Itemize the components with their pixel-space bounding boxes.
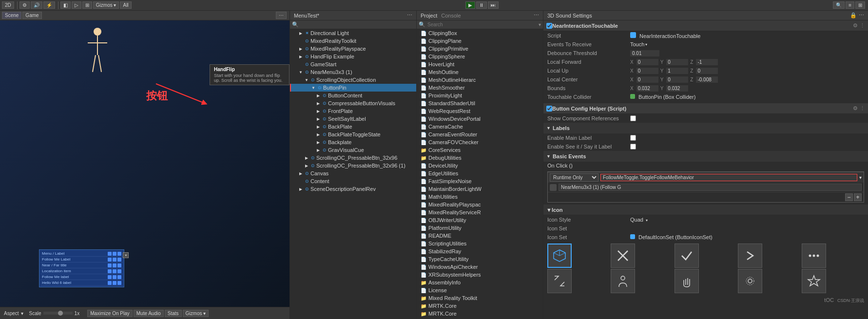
- local-up-x[interactable]: [637, 68, 658, 74]
- near-interaction-gear-icon[interactable]: ⚙: [853, 22, 858, 29]
- project-search-options[interactable]: ▾: [539, 22, 541, 27]
- project-item-platformutil[interactable]: 📄 PlatformUtility: [417, 224, 543, 232]
- toolbar-icon-2[interactable]: 🔊: [31, 1, 42, 9]
- tree-item-gravvisual[interactable]: ▶ ⊙ GravVisualCue: [290, 146, 416, 154]
- project-item-meshoutline[interactable]: 📄 MeshOutline: [417, 68, 543, 76]
- tree-item-handflip[interactable]: ▶ ⊙ HandFlip Example: [290, 53, 416, 60]
- event-runtime-select[interactable]: Runtime Only Editor And Runtime Off: [550, 173, 598, 182]
- hierarchy-menu-icon[interactable]: ⋯: [407, 12, 412, 19]
- project-item-mrplayspace[interactable]: 📄 MixedRealityPlayspac: [417, 201, 543, 208]
- tree-item-togglestate[interactable]: ▶ ⊙ BackPlateToggleState: [290, 131, 416, 138]
- button-config-checkbox[interactable]: [546, 106, 552, 112]
- tree-item-buttonpin[interactable]: ▼ ⊙ ButtonPin: [290, 84, 416, 92]
- project-item-mrtkcore2[interactable]: 📁 MRTK.Core: [417, 310, 543, 318]
- icon-style-dropdown[interactable]: ▾: [646, 218, 648, 223]
- toolbar-icon-3[interactable]: ⚡: [43, 1, 55, 9]
- tree-item-backplate2[interactable]: ▶ ⊙ Backplate: [290, 138, 416, 146]
- toolbar-icon-4[interactable]: ◧: [60, 1, 71, 9]
- project-item-clippingprimitive[interactable]: 📄 ClippingPrimitive: [417, 45, 543, 53]
- maximize-on-play-button[interactable]: Maximize On Play: [87, 310, 133, 317]
- local-forward-y[interactable]: [666, 59, 688, 65]
- mode-2d-button[interactable]: 2D: [2, 1, 14, 9]
- events-dropdown-arrow[interactable]: ▾: [645, 42, 647, 47]
- scene-canvas[interactable]: < Persp HandFlip Start with your hand do…: [0, 20, 289, 307]
- scene-tab[interactable]: Scene: [2, 12, 21, 19]
- project-item-mathutil[interactable]: 📄 MathUtilities: [417, 193, 543, 201]
- local-forward-z[interactable]: [696, 59, 718, 65]
- tree-item-seeit[interactable]: ▶ ⊙ SeeItSayItLabel: [290, 115, 416, 123]
- icon-cell-settings[interactable]: [738, 269, 762, 293]
- project-item-license[interactable]: 📄 License: [417, 286, 543, 294]
- project-search-input[interactable]: [427, 22, 539, 27]
- near-interaction-more-icon[interactable]: ⋮: [860, 22, 865, 29]
- enable-seeit-checkbox[interactable]: [630, 144, 636, 150]
- button-config-more-icon[interactable]: ⋮: [860, 105, 865, 112]
- toolbar-icon-1[interactable]: ⚙: [19, 1, 30, 9]
- icon-cell-x[interactable]: [611, 244, 635, 268]
- project-menu-icon[interactable]: ⋯: [534, 12, 539, 19]
- scene-settings[interactable]: ⋯: [276, 12, 287, 19]
- tree-item-gamestart[interactable]: ⊙ GameStart: [290, 60, 416, 68]
- stats-button[interactable]: Stats: [165, 310, 182, 317]
- icon-cell-dots[interactable]: [802, 244, 826, 268]
- tree-item-btncontent[interactable]: ▶ ⊙ ButtonContent: [290, 92, 416, 99]
- labels-section-header[interactable]: ▼ Labels: [543, 123, 868, 133]
- local-up-y[interactable]: [666, 68, 688, 74]
- project-item-camerafov[interactable]: 📄 CameraFOVChecker: [417, 138, 543, 146]
- project-item-assemblyinfo[interactable]: 📁 AssemblyInfo: [417, 279, 543, 286]
- project-item-fastsimplex[interactable]: 📄 FastSimplexNoise: [417, 177, 543, 185]
- layers-button[interactable]: ≡: [846, 1, 854, 9]
- step-button[interactable]: ⏭: [488, 1, 499, 9]
- project-item-windowsdevice[interactable]: 📄 WindowsDevicePortal: [417, 115, 543, 123]
- game-tab[interactable]: Game: [22, 12, 41, 19]
- project-item-meshoutline2[interactable]: 📄 MeshOutlineHierarc: [417, 76, 543, 84]
- near-interaction-checkbox[interactable]: [546, 23, 552, 29]
- inspector-menu-icon[interactable]: ⋯: [859, 12, 864, 19]
- tree-item-canvas[interactable]: ▶ ⊙ Canvas: [290, 169, 416, 177]
- project-item-cameracache[interactable]: 📄 CameraCache: [417, 123, 543, 131]
- inspector-lock-icon[interactable]: 🔒: [850, 12, 857, 19]
- project-item-mrservice[interactable]: 📄 MixedRealityServiceR: [417, 208, 543, 216]
- icon-cell-expand[interactable]: [547, 269, 572, 293]
- project-item-clippingbox[interactable]: 📄 ClippingBox: [417, 29, 543, 37]
- icon-cell-arrow[interactable]: [738, 244, 762, 268]
- project-item-mrtkcore1[interactable]: 📁 MRTK.Core: [417, 302, 543, 310]
- event-remove-button[interactable]: −: [845, 193, 853, 201]
- tree-item-compressable[interactable]: ▶ ⊙ CompressableButtonVisuals: [290, 99, 416, 107]
- project-item-xrsubsystem[interactable]: 📄 XRSubsystemHelpers: [417, 271, 543, 279]
- project-item-stabilized[interactable]: 📄 StabilizedRay: [417, 247, 543, 255]
- local-up-z[interactable]: [696, 68, 718, 74]
- project-item-windowsapi[interactable]: 📄 WindowsApiChecker: [417, 263, 543, 271]
- tree-item-backplate[interactable]: ▶ ⊙ BackPlate: [290, 123, 416, 131]
- project-item-webrequest[interactable]: 📄 WebRequestRest: [417, 107, 543, 115]
- layout-button[interactable]: ⊞: [855, 1, 865, 9]
- icon-cell-check[interactable]: [675, 244, 699, 268]
- gizmos-bottom-button[interactable]: Gizmos ▾: [183, 310, 209, 317]
- tree-item-frontplate[interactable]: ▶ ⊙ FrontPlate: [290, 107, 416, 115]
- project-item-debugutil[interactable]: 📁 DebugUtilities: [417, 154, 543, 162]
- all-button[interactable]: All: [120, 1, 131, 9]
- project-item-typecache[interactable]: 📄 TypeCacheUtility: [417, 255, 543, 263]
- project-item-edgeutil[interactable]: 📄 EdgeUtilities: [417, 169, 543, 177]
- icon-cell-cube[interactable]: [547, 244, 572, 268]
- icon-cell-star[interactable]: [802, 269, 826, 293]
- enable-main-label-checkbox[interactable]: [630, 135, 636, 141]
- tree-item-mrtoolkit[interactable]: ⊙ MixedRealityToolkit: [290, 37, 416, 45]
- mute-audio-button[interactable]: Mute Audio: [134, 310, 164, 317]
- project-item-mrtoolkit-folder[interactable]: 📁 Mixed Reality Toolkit: [417, 294, 543, 302]
- tree-item-directional-light[interactable]: ▶ ☀ Directional Light: [290, 29, 416, 37]
- button-config-gear-icon[interactable]: ⚙: [853, 105, 858, 112]
- local-center-z[interactable]: [696, 76, 718, 83]
- panel-close-button[interactable]: ✕: [123, 252, 129, 258]
- project-item-deviceutil[interactable]: 📄 DeviceUtility: [417, 162, 543, 169]
- project-item-clippingsphere[interactable]: 📄 ClippingSphere: [417, 53, 543, 60]
- basic-events-section-header[interactable]: ▼ Basic Events: [543, 151, 868, 162]
- event-obj-label[interactable]: NearMenu3x3 (1) (Follow G: [559, 184, 862, 191]
- play-button[interactable]: ▶: [465, 1, 475, 9]
- project-item-readme[interactable]: 📄 README: [417, 232, 543, 240]
- tree-item-scrolling[interactable]: ▼ ⊙ ScrollingObjectCollection: [290, 76, 416, 84]
- bounds-x[interactable]: [637, 85, 658, 92]
- project-item-maintainborder[interactable]: 📄 MaintainBorderLightW: [417, 185, 543, 193]
- tree-item-scrollingoc2[interactable]: ▶ ⊙ ScrollingOC_PressableBtn_32x96 (1): [290, 162, 416, 169]
- project-item-objwriter[interactable]: 📄 OBJWriterUtility: [417, 216, 543, 224]
